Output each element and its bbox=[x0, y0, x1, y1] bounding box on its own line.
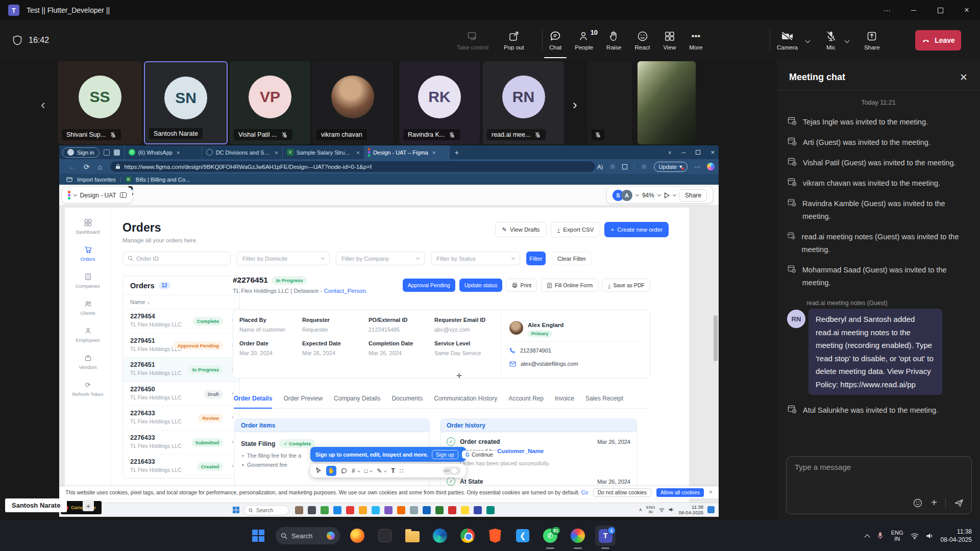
leave-button[interactable]: Leave bbox=[915, 30, 961, 51]
mic-options-chevron[interactable] bbox=[844, 38, 849, 43]
wifi-icon[interactable] bbox=[659, 508, 665, 512]
participant-tile[interactable]: RK Ravindra K... bbox=[399, 61, 480, 144]
bookmark-label[interactable]: Bills | Billing and Co... bbox=[136, 177, 190, 183]
order-id-search-input[interactable]: Order ID bbox=[122, 252, 231, 265]
filter-domicile-select[interactable]: Filter by Domicile bbox=[237, 252, 330, 265]
cookie-close-icon[interactable]: × bbox=[709, 489, 713, 496]
participant-tile[interactable]: vikram chavan bbox=[312, 61, 393, 144]
participant-tile[interactable] bbox=[587, 61, 632, 144]
text-tool-icon[interactable]: T bbox=[391, 467, 395, 474]
shared-taskbar-icon[interactable] bbox=[384, 506, 393, 514]
shared-taskbar-icon[interactable] bbox=[359, 506, 367, 514]
tab-invoice[interactable]: Invoice bbox=[555, 392, 574, 408]
wifi-icon[interactable] bbox=[911, 533, 919, 539]
sidebar-item-employees[interactable]: Employees bbox=[65, 327, 111, 343]
message-input[interactable] bbox=[795, 463, 963, 471]
name-column-header[interactable]: Name↓ bbox=[123, 295, 239, 309]
strip-next-arrow[interactable]: › bbox=[573, 97, 577, 113]
google-continue-button[interactable]: GContinue bbox=[462, 450, 497, 459]
approval-pending-button[interactable]: Approval Pending bbox=[403, 279, 455, 292]
browser-update-button[interactable]: Update ♥ bbox=[654, 162, 688, 172]
tab-company-details[interactable]: Company Details bbox=[334, 392, 380, 408]
taskbar-file-explorer-icon[interactable] bbox=[402, 525, 423, 546]
dev-mode-toggle[interactable]: </> bbox=[443, 467, 461, 475]
address-bar[interactable]: https://www.figma.com/design/9BKQ0FOHRWa… bbox=[110, 161, 595, 172]
shared-taskbar-icon[interactable] bbox=[372, 506, 380, 514]
taskbar-chrome-icon[interactable] bbox=[457, 525, 478, 546]
vertical-tabs-icon[interactable] bbox=[114, 149, 120, 156]
figma-file-pill[interactable]: Design - UAT bbox=[62, 187, 132, 203]
taskbar-vscode-icon[interactable]: ❮ bbox=[512, 525, 533, 546]
frame-tool-icon[interactable]: # bbox=[352, 467, 355, 474]
browser-profile-button[interactable]: Sign in bbox=[62, 147, 100, 158]
tab-documents[interactable]: Documents bbox=[391, 392, 423, 408]
send-icon[interactable] bbox=[954, 498, 964, 508]
tab-close-icon[interactable]: × bbox=[432, 149, 435, 156]
sidebar-item-orders[interactable]: Orders bbox=[65, 246, 111, 262]
order-row[interactable]: 2276433TL Flex Holdings LLC Review› bbox=[123, 406, 239, 431]
shared-taskbar-icon[interactable] bbox=[474, 506, 482, 514]
present-chevron[interactable] bbox=[673, 192, 676, 196]
canvas-scrollbar[interactable] bbox=[714, 315, 718, 361]
shared-taskbar-icon[interactable] bbox=[486, 506, 495, 514]
shape-tool-icon[interactable]: □ bbox=[364, 468, 368, 474]
figma-share-button[interactable]: Share bbox=[679, 189, 707, 202]
print-button[interactable]: Print bbox=[506, 279, 537, 292]
shared-taskbar-icon[interactable] bbox=[321, 506, 329, 514]
present-icon[interactable] bbox=[664, 192, 670, 198]
language-indicator[interactable]: ENGIN bbox=[891, 530, 903, 542]
shared-search-box[interactable]: Search bbox=[244, 505, 289, 515]
tab-close-icon[interactable]: × bbox=[275, 149, 278, 156]
tab-search-chevron[interactable]: ∨ bbox=[668, 150, 672, 155]
update-status-button[interactable]: Update status bbox=[459, 279, 503, 292]
fill-online-form-button[interactable]: Fill Online Form bbox=[541, 279, 598, 292]
people-button[interactable]: 10 People bbox=[575, 20, 593, 60]
tab-order-details[interactable]: Order Details bbox=[234, 392, 272, 409]
tab-communication-history[interactable]: Communication History bbox=[434, 392, 497, 408]
sidebar-item-companies[interactable]: Companies bbox=[65, 273, 111, 289]
attach-plus-icon[interactable]: + bbox=[931, 497, 937, 509]
react-button[interactable]: React bbox=[635, 20, 650, 60]
shared-start-button[interactable] bbox=[233, 507, 239, 513]
view-drafts-button[interactable]: ✎View Drafts bbox=[495, 222, 546, 237]
order-row[interactable]: 2276450TL Flex Holdings LLC Draft› bbox=[123, 382, 239, 407]
sidebar-item-vendors[interactable]: Vendors bbox=[65, 354, 111, 370]
taskbar-app-icon[interactable] bbox=[375, 525, 395, 546]
refresh-icon[interactable]: ⟳ bbox=[84, 163, 90, 171]
order-row[interactable]: 2279454TL Flex Holdings LLC Complete› bbox=[123, 309, 239, 334]
tab-close-icon[interactable]: × bbox=[177, 149, 180, 156]
chat-input-box[interactable]: + bbox=[786, 456, 972, 514]
copilot-icon[interactable] bbox=[707, 163, 715, 170]
collaborator-avatar[interactable]: A bbox=[621, 190, 632, 201]
close-button[interactable]: × bbox=[953, 0, 980, 20]
taskbar-brave-icon[interactable] bbox=[485, 525, 505, 546]
back-icon[interactable]: ← bbox=[68, 163, 76, 171]
sidebar-item-clients[interactable]: Clients bbox=[65, 300, 111, 316]
mic-button[interactable]: Mic bbox=[825, 20, 837, 60]
taskbar-edge-icon[interactable] bbox=[430, 525, 450, 546]
browser-maximize-icon[interactable] bbox=[696, 149, 700, 156]
favorites-list-icon[interactable]: ☆ bbox=[641, 163, 647, 170]
zoom-chevron[interactable] bbox=[657, 192, 661, 196]
shared-taskbar-icon[interactable] bbox=[435, 506, 444, 514]
taskbar-firefox-icon[interactable] bbox=[347, 525, 368, 546]
split-screen-icon[interactable] bbox=[622, 162, 627, 171]
pen-tool-chevron[interactable] bbox=[384, 469, 387, 472]
tray-mic-icon[interactable] bbox=[876, 532, 884, 540]
shared-taskbar-icon[interactable] bbox=[448, 506, 456, 514]
sign-up-button[interactable]: Sign up bbox=[432, 450, 458, 459]
filter-status-select[interactable]: Filter by Status bbox=[431, 252, 520, 265]
favorite-star-icon[interactable]: ☆ bbox=[609, 163, 616, 170]
shared-taskbar-icon[interactable] bbox=[308, 506, 316, 514]
order-row[interactable]: 2276433TL Flex Holdings LLC Submitted› bbox=[123, 431, 239, 455]
sidebar-item-dashboard[interactable]: Dashboard bbox=[65, 219, 111, 235]
start-button[interactable] bbox=[248, 525, 268, 546]
file-menu-chevron[interactable] bbox=[73, 192, 77, 196]
taskbar-teams-icon[interactable]: T1 bbox=[595, 525, 616, 546]
move-tool-icon[interactable] bbox=[315, 467, 322, 474]
comment-tool-icon[interactable] bbox=[341, 468, 347, 474]
view-button[interactable]: View bbox=[664, 20, 676, 60]
sidebar-item-refresh-token[interactable]: ⟳ Refresh Token bbox=[65, 381, 111, 397]
tab-account-rep[interactable]: Account Rep bbox=[508, 392, 544, 408]
home-icon[interactable]: ⌂ bbox=[98, 163, 102, 171]
